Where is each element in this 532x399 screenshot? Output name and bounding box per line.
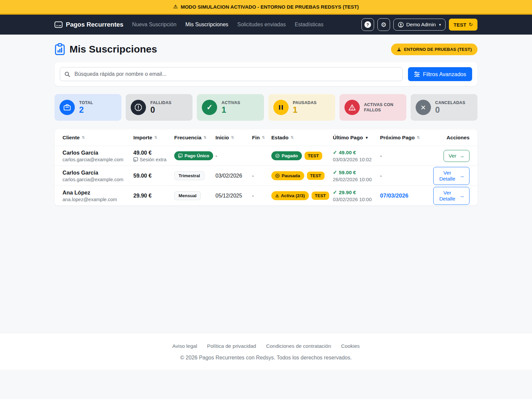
stat-label: TOTAL (79, 100, 93, 105)
stat-value: 0 (435, 105, 466, 115)
test-mode-label: TEST (454, 22, 466, 28)
stat-value: 1 (221, 105, 240, 115)
status-badge: ⚠ Activa (2/3) (271, 191, 309, 200)
test-mode-button[interactable]: TEST ↻ (449, 19, 477, 31)
advanced-filters-label: Filtros Avanzados (423, 71, 466, 77)
column-header-fin[interactable]: Fin⇅ (252, 135, 271, 141)
view-detail-button[interactable]: Ver Detalle → (433, 167, 469, 185)
footer-link-condiciones[interactable]: Condiciones de contratación (266, 343, 331, 349)
column-header-importe[interactable]: Importe⇅ (133, 135, 174, 141)
start-date: - (215, 153, 252, 159)
frequency-badge: Pago Único (174, 151, 213, 160)
column-header-inicio[interactable]: Inicio⇅ (215, 135, 252, 141)
frequency-cell: Mensual (174, 191, 215, 200)
client-email: carlos.garcia@example.com (63, 157, 133, 162)
nav-item-mis-suscripciones[interactable]: Mis Suscripciones (186, 22, 228, 28)
last-payment-cell: ✓59.00 € 26/02/2026 10:00 (333, 170, 380, 182)
status-badge: Pausada (271, 171, 304, 180)
check-circle-icon (275, 154, 280, 158)
check-icon: ✓ (333, 170, 337, 176)
pause-icon (273, 100, 289, 115)
status-badge: Pagado (271, 151, 302, 160)
user-menu-button[interactable]: Demo Admin ▾ (393, 19, 446, 31)
help-button[interactable]: ? (361, 18, 374, 31)
single-payment-icon (178, 154, 183, 158)
test-badge: TEST (312, 192, 329, 200)
stat-label: ACTIVAS (221, 100, 240, 105)
client-name: Carlos García (63, 170, 133, 176)
search-input[interactable] (74, 67, 402, 81)
last-payment-date: 03/02/2026 10:00 (333, 197, 380, 202)
client-name: Ana López (63, 190, 133, 196)
page-bottom-background (0, 370, 532, 399)
table-row: Ana López ana.lopez@example.com 29.90 € … (55, 186, 477, 205)
next-payment-link[interactable]: 07/03/2026 (380, 193, 433, 199)
status-cell: Pausada TEST (271, 171, 333, 180)
stat-value: 0 (150, 105, 172, 115)
refresh-icon: ↻ (468, 22, 473, 28)
footer-link-aviso-legal[interactable]: Aviso legal (172, 343, 197, 349)
check-icon: ✓ (333, 150, 337, 156)
amount-note: Sesión extra (133, 157, 174, 162)
footer-link-privacidad[interactable]: Política de privacidad (207, 343, 256, 349)
sliders-icon (414, 71, 420, 77)
sort-icon: ⇅ (262, 135, 265, 140)
client-cell: Carlos García carlos.garcia@example.com (63, 170, 133, 182)
stat-card-pausadas: PAUSADAS 1 (268, 94, 335, 121)
search-card: Filtros Avanzados (55, 62, 477, 86)
brand: Pagos Recurrentes (55, 21, 123, 28)
gear-icon: ⚙ (381, 22, 386, 28)
pause-circle-icon (275, 174, 280, 178)
warning-triangle-icon (344, 100, 360, 115)
copyright: © 2026 Pagos Recurrentes con Redsys. Tod… (0, 355, 532, 361)
simulation-banner: ⚠ MODO SIMULACION ACTIVADO - ENTORNO DE … (0, 0, 532, 15)
help-icon: ? (364, 21, 371, 28)
column-header-frecuencia[interactable]: Frecuencia⇅ (174, 135, 215, 141)
nav-item-solicitudes-enviadas[interactable]: Solicitudes enviadas (237, 22, 286, 28)
amount: 59.00 € (133, 173, 174, 179)
sort-icon: ⇅ (203, 135, 206, 140)
last-payment-cell: ✓29.90 € 03/02/2026 10:00 (333, 190, 380, 202)
stat-value: 1 (293, 105, 317, 115)
column-header-cliente[interactable]: Cliente⇅ (63, 135, 133, 141)
frequency-badge: Mensual (174, 191, 201, 200)
clipboard-chart-icon (55, 43, 65, 55)
client-cell: Carlos García carlos.garcia@example.com (63, 150, 133, 162)
test-badge: TEST (307, 172, 325, 180)
end-date: - (252, 173, 271, 179)
amount: 29.90 € (133, 193, 174, 199)
footer: Aviso legal Política de privacidad Condi… (0, 333, 532, 370)
environment-badge: ENTORNO DE PRUEBAS (TEST) (391, 44, 477, 55)
sort-desc-icon: ▼ (365, 136, 368, 140)
column-header-ultimo-pago[interactable]: Último Pago▼ (333, 135, 380, 141)
last-payment-date: 03/03/2026 10:02 (333, 157, 380, 162)
nav-item-nueva-suscripcion[interactable]: Nueva Suscripción (132, 22, 176, 28)
test-badge: TEST (305, 152, 322, 160)
column-header-estado[interactable]: Estado⇅ (271, 135, 333, 141)
subscriptions-table: Cliente⇅ Importe⇅ Frecuencia⇅ Inicio⇅ Fi… (55, 129, 477, 205)
amount: 49.00 € (133, 150, 174, 156)
page-title: Mis Suscripciones (55, 43, 157, 55)
view-detail-button[interactable]: Ver Detalle → (433, 187, 469, 205)
sort-icon: ⇅ (154, 135, 157, 140)
settings-button[interactable]: ⚙ (377, 18, 390, 31)
frequency-cell: Pago Único (174, 151, 215, 160)
stat-card-total: TOTAL 2 (55, 94, 121, 121)
start-date: 03/02/2026 (215, 173, 252, 179)
sort-icon: ⇅ (291, 135, 294, 140)
stats-row: TOTAL 2 FALLIDAS 0 ✓ ACTIVAS (55, 94, 477, 121)
last-payment-date: 26/02/2026 10:00 (333, 177, 380, 182)
nav-item-estadisticas[interactable]: Estadísticas (295, 22, 323, 28)
chevron-down-icon: ▾ (439, 23, 441, 27)
client-email: ana.lopez@example.com (63, 197, 133, 202)
stat-card-canceladas: × CANCELADAS 0 (411, 94, 477, 121)
footer-link-cookies[interactable]: Cookies (341, 343, 360, 349)
stat-label: FALLIDAS (150, 100, 172, 105)
stat-label: PAUSADAS (293, 100, 317, 105)
advanced-filters-button[interactable]: Filtros Avanzados (408, 67, 472, 81)
view-button[interactable]: Ver → (444, 150, 469, 162)
warning-triangle-icon: ⚠ (275, 194, 279, 198)
arrow-right-icon: → (460, 173, 465, 179)
column-header-proximo-pago[interactable]: Próximo Pago⇅ (380, 135, 433, 141)
start-date: 05/12/2025 (215, 193, 252, 199)
